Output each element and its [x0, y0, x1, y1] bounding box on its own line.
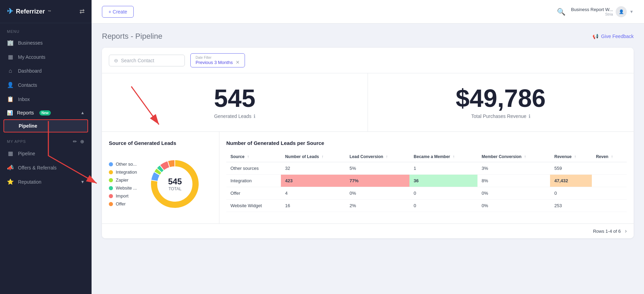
table-cell	[592, 162, 627, 175]
donut-total-number: 545	[168, 177, 182, 186]
date-filter[interactable]: Date Filter Previous 3 Months ✕	[190, 53, 245, 67]
table-cell: 0%	[345, 187, 410, 200]
table-cell: 36	[409, 175, 477, 187]
main-content: + Create 🔍 Business Report W... Stria 👤 …	[92, 0, 644, 294]
page-header: Reports - Pipeline 📢 Give Feedback	[102, 32, 634, 41]
table-next-page[interactable]: ›	[625, 228, 627, 234]
generated-leads-info[interactable]: ℹ	[254, 113, 255, 119]
legend-label-5: Offer	[116, 201, 126, 206]
sidebar-item-pipeline-app[interactable]: ▦ Pipeline	[0, 146, 92, 160]
table-cell: 3%	[477, 162, 550, 175]
leads-table: Source ↑ Number of Leads ↑ Lead Conversi…	[226, 151, 627, 212]
search-contact[interactable]: ⊖ Search Contact	[109, 55, 185, 66]
reports-chevron: ▲	[80, 110, 85, 115]
stats-row: 545 Generated Leads ℹ $49,786 Total Purc…	[102, 73, 634, 132]
sidebar-item-businesses[interactable]: 🏢 Businesses	[0, 36, 92, 50]
sidebar-item-label: Pipeline	[18, 151, 35, 156]
user-menu[interactable]: Business Report W... Stria 👤 ▼	[571, 6, 634, 17]
feedback-label: Give Feedback	[601, 34, 634, 39]
legend-item-0: Other so...	[109, 162, 137, 167]
table-body: Other sources325%13%559Integration42377%…	[226, 162, 627, 212]
reports-icon: 📊	[7, 110, 13, 116]
legend-item-4: Import	[109, 193, 137, 199]
sidebar-item-contacts[interactable]: 👤 Contacts	[0, 78, 92, 92]
sidebar-item-my-accounts[interactable]: ▦ My Accounts	[0, 50, 92, 64]
col-source[interactable]: Source ↑	[226, 151, 281, 162]
total-revenue-info[interactable]: ℹ	[529, 113, 530, 119]
date-filter-label: Date Filter	[196, 56, 240, 59]
table-cell: 1	[409, 162, 477, 175]
legend-item-2: Zapier	[109, 177, 137, 183]
reputation-chevron: ▼	[80, 180, 85, 184]
date-filter-inner: Previous 3 Months ✕	[196, 59, 240, 65]
sidebar-item-reports[interactable]: 📊 Reports New ▲	[0, 106, 92, 119]
table-cell: 0	[550, 187, 591, 200]
table-cell: 16	[281, 200, 345, 212]
table-cell: 5%	[345, 162, 410, 175]
table-row: Offer40%00%0	[226, 187, 627, 200]
create-button[interactable]: + Create	[102, 6, 134, 18]
total-revenue-label: Total Purchases Revenue ℹ	[382, 113, 620, 119]
legend-dot-3	[109, 186, 113, 190]
contacts-icon: 👤	[7, 82, 14, 88]
feedback-button[interactable]: 📢 Give Feedback	[593, 34, 634, 39]
donut-total-label: TOTAL	[168, 186, 182, 191]
legend-dot-2	[109, 178, 113, 182]
col-member[interactable]: Became a Member ↑	[409, 151, 477, 162]
offers-icon: 📣	[7, 164, 14, 171]
table-cell: Other sources	[226, 162, 281, 175]
sidebar-item-reputation[interactable]: ⭐ Reputation ▼	[0, 175, 92, 189]
sidebar-item-label: Contacts	[18, 82, 37, 88]
sidebar: ✈ Referrizer™ ⇄ MENU 🏢 Businesses ▦ My A…	[0, 0, 92, 294]
stat-total-revenue: $49,786 Total Purchases Revenue ℹ	[368, 73, 634, 132]
table-cell: 0	[409, 200, 477, 212]
col-reven[interactable]: Reven ↑	[592, 151, 627, 162]
donut-chart: 545 TOTAL	[144, 153, 206, 215]
table-cell: Offer	[226, 187, 281, 200]
generated-leads-number: 545	[116, 86, 354, 111]
sidebar-item-label: My Accounts	[18, 54, 45, 60]
sidebar-item-label: Reputation	[18, 179, 41, 185]
table-footer-text: Rows 1-4 of 6	[593, 229, 621, 234]
my-apps-icons: ✏ ⊕	[73, 139, 85, 144]
edit-icon[interactable]: ✏	[73, 139, 77, 144]
pipeline-label: Pipeline	[19, 123, 37, 129]
sidebar-item-label: Dashboard	[18, 68, 42, 74]
add-icon[interactable]: ⊕	[80, 139, 85, 144]
bottom-section: Source of Generated Leads Other so... In…	[102, 132, 634, 223]
feedback-icon: 📢	[593, 34, 598, 39]
table-cell: Integration	[226, 175, 281, 187]
stat-generated-leads: 545 Generated Leads ℹ	[102, 73, 368, 132]
sidebar-item-dashboard[interactable]: ⌂ Dashboard	[0, 64, 92, 78]
legend-item-3: Website ...	[109, 185, 137, 191]
col-member-conv[interactable]: Member Conversion ↑	[477, 151, 550, 162]
search-contact-placeholder: Search Contact	[121, 58, 154, 63]
sidebar-header: ✈ Referrizer™ ⇄	[0, 0, 92, 23]
sidebar-toggle[interactable]: ⇄	[79, 8, 85, 15]
menu-label: MENU	[0, 23, 92, 36]
table-cell: Website Widget	[226, 200, 281, 212]
table-cell: 4	[281, 187, 345, 200]
search-icon[interactable]: 🔍	[557, 8, 566, 16]
chart-title: Source of Generated Leads	[109, 140, 212, 146]
inbox-icon: 📋	[7, 96, 14, 102]
col-lead-conv[interactable]: Lead Conversion ↑	[345, 151, 410, 162]
topbar: + Create 🔍 Business Report W... Stria 👤 …	[92, 0, 644, 24]
sidebar-item-offers-referrals[interactable]: 📣 Offers & Referrals	[0, 160, 92, 175]
legend-label-2: Zapier	[116, 177, 129, 183]
sidebar-item-label: Offers & Referrals	[18, 165, 57, 171]
date-filter-clear[interactable]: ✕	[236, 59, 240, 65]
logo: ✈ Referrizer™	[7, 7, 51, 16]
reports-label: Reports	[17, 110, 34, 116]
sidebar-sub-item-pipeline[interactable]: Pipeline	[3, 119, 88, 132]
col-revenue[interactable]: Revenue ↑	[550, 151, 591, 162]
legend-dot-1	[109, 170, 113, 174]
user-chevron: ▼	[629, 9, 634, 14]
col-leads[interactable]: Number of Leads ↑	[281, 151, 345, 162]
legend-dot-5	[109, 202, 113, 206]
total-revenue-number: $49,786	[382, 86, 620, 111]
donut-label: 545 TOTAL	[168, 177, 182, 191]
sidebar-item-inbox[interactable]: 📋 Inbox	[0, 92, 92, 106]
businesses-icon: 🏢	[7, 39, 14, 46]
table-cell: 8%	[477, 175, 550, 187]
